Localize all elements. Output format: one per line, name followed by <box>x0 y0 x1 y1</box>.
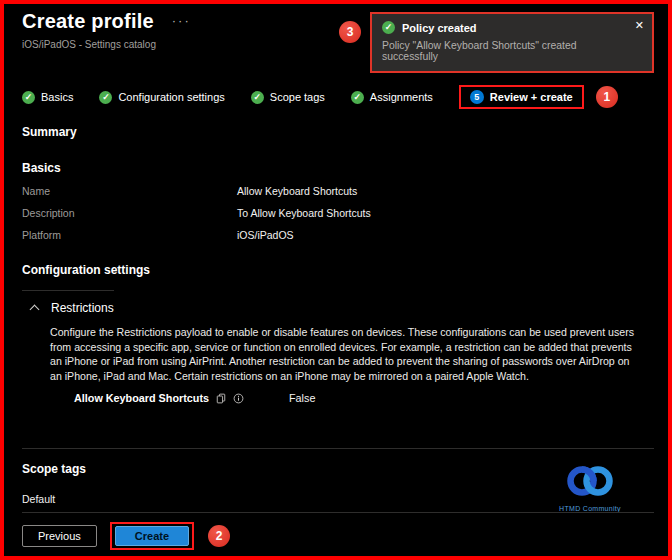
htmd-logo-label: HTMD Community <box>532 505 648 512</box>
htmd-community-logo: HTMD Community <box>532 462 648 512</box>
wizard-steps: ✓ Basics ✓ Configuration settings ✓ Scop… <box>22 85 654 109</box>
restrictions-description: Configure the Restrictions payload to en… <box>50 325 644 383</box>
row-label: Name <box>22 185 237 197</box>
scope-tags-value: Default <box>22 493 86 505</box>
annotation-badge-1: 1 <box>596 86 618 108</box>
row-value: iOS/iPadOS <box>237 229 654 241</box>
check-icon: ✓ <box>99 91 112 104</box>
section-divider <box>22 448 654 449</box>
step-number-icon: 5 <box>470 90 484 104</box>
close-icon[interactable]: ✕ <box>635 19 644 32</box>
configuration-settings-heading: Configuration settings <box>22 263 654 277</box>
policy-created-toast: ✓ Policy created Policy "Allow Keyboard … <box>370 12 654 73</box>
tab-label: Assignments <box>370 91 433 103</box>
restrictions-label: Restrictions <box>51 301 114 315</box>
page-header: Create profile ··· iOS/iPadOS - Settings… <box>22 10 654 73</box>
chevron-up-icon <box>30 304 40 314</box>
basics-row-description: Description To Allow Keyboard Shortcuts <box>22 207 654 219</box>
scope-tags-left: Scope tags Default <box>22 462 86 505</box>
check-icon: ✓ <box>351 91 364 104</box>
scope-tags-heading: Scope tags <box>22 462 86 476</box>
check-icon: ✓ <box>251 91 264 104</box>
setting-row: Allow Keyboard Shortcuts False <box>74 392 654 404</box>
htmd-logo-icon <box>559 462 621 500</box>
toast-title: Policy created <box>402 22 477 34</box>
tab-label: Configuration settings <box>118 91 224 103</box>
page-title: Create profile <box>22 10 154 33</box>
success-check-icon: ✓ <box>382 21 395 34</box>
header-left: Create profile ··· iOS/iPadOS - Settings… <box>22 10 191 50</box>
annotation-highlight-review-create: 5 Review + create <box>459 85 584 109</box>
scope-tags-section: Scope tags Default HTMD Community <box>22 462 654 512</box>
create-profile-window: Create profile ··· iOS/iPadOS - Settings… <box>0 0 672 560</box>
check-icon: ✓ <box>22 91 35 104</box>
tab-assignments[interactable]: ✓ Assignments <box>351 91 433 104</box>
restrictions-accordion-toggle[interactable]: Restrictions <box>22 290 114 315</box>
annotation-badge-2: 2 <box>208 525 230 547</box>
annotation-badge-3: 3 <box>339 21 361 43</box>
basics-heading: Basics <box>22 161 654 175</box>
toast-message: Policy "Allow Keyboard Shortcuts" create… <box>382 40 626 62</box>
info-icon[interactable] <box>233 393 244 404</box>
summary-heading: Summary <box>22 125 654 139</box>
footer-bar: Previous Create 2 <box>22 512 654 560</box>
tab-scope-tags[interactable]: ✓ Scope tags <box>251 91 325 104</box>
create-button[interactable]: Create <box>115 526 189 546</box>
tab-label: Review + create <box>490 91 573 103</box>
copy-icon[interactable] <box>216 393 226 404</box>
row-value: Allow Keyboard Shortcuts <box>237 185 654 197</box>
annotation-highlight-create: Create <box>110 522 194 550</box>
previous-button[interactable]: Previous <box>22 525 97 547</box>
more-options-icon[interactable]: ··· <box>172 13 191 28</box>
tab-review-create[interactable]: 5 Review + create <box>470 90 573 104</box>
row-label: Platform <box>22 229 237 241</box>
basics-row-name: Name Allow Keyboard Shortcuts <box>22 185 654 197</box>
page-content: Create profile ··· iOS/iPadOS - Settings… <box>4 4 668 556</box>
row-label: Description <box>22 207 237 219</box>
tab-basics[interactable]: ✓ Basics <box>22 91 73 104</box>
page-subtitle: iOS/iPadOS - Settings catalog <box>22 39 191 50</box>
setting-value: False <box>289 392 315 404</box>
tab-configuration-settings[interactable]: ✓ Configuration settings <box>99 91 224 104</box>
tab-label: Basics <box>41 91 73 103</box>
basics-row-platform: Platform iOS/iPadOS <box>22 229 654 241</box>
tab-label: Scope tags <box>270 91 325 103</box>
setting-label: Allow Keyboard Shortcuts <box>74 392 209 404</box>
row-value: To Allow Keyboard Shortcuts <box>237 207 654 219</box>
toast-area: 3 ✓ Policy created Policy "Allow Keyboar… <box>339 12 654 73</box>
